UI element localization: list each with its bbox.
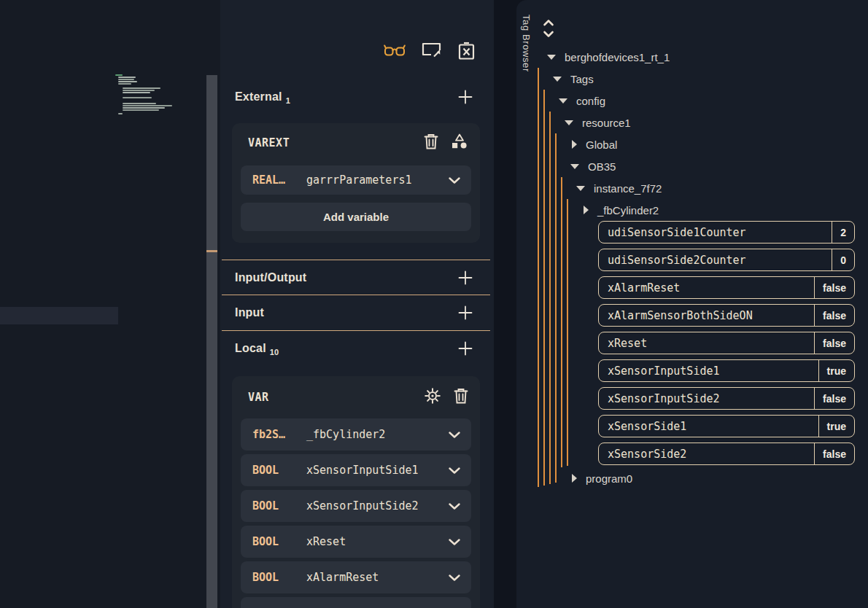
tree-expanded-arrow-icon[interactable]: [576, 186, 585, 191]
variable-row-partial[interactable]: [241, 597, 471, 608]
glasses-icon[interactable]: [384, 44, 406, 59]
tree-node-label: resource1: [582, 117, 631, 129]
add-input-variable-button[interactable]: [457, 304, 474, 321]
variable-row-garrrParameters1[interactable]: REAL… garrrParameters1: [241, 165, 471, 195]
section-divider: [222, 260, 490, 260]
variable-name: xAlarmReset: [306, 571, 449, 584]
tag-value-row-xSensorSide1[interactable]: xSensorSide1 true: [598, 415, 855, 437]
variable-row-xSensorInputSide1[interactable]: BOOL xSensorInputSide1: [241, 454, 471, 486]
tag-name: xAlarmReset: [599, 281, 814, 295]
marquee-select-icon[interactable]: [422, 42, 441, 61]
section-external-count: 1: [286, 96, 290, 105]
section-input: Input: [235, 300, 474, 326]
section-external: External1: [235, 84, 474, 110]
var-block: VAR fb2S…: [232, 376, 480, 608]
varext-block-header: VAREXT: [248, 133, 468, 152]
collapse-expand-icon[interactable]: [543, 18, 556, 39]
add-input-output-variable-button[interactable]: [457, 269, 474, 287]
tag-value: 2: [832, 222, 854, 243]
chevron-down-icon[interactable]: [449, 177, 460, 184]
trash-icon[interactable]: [454, 388, 468, 407]
trash-icon[interactable]: [424, 133, 438, 152]
tree-collapsed-arrow-icon[interactable]: [584, 206, 589, 214]
tree-expanded-arrow-icon[interactable]: [559, 98, 567, 104]
tag-value-row-xSensorInputSide1[interactable]: xSensorInputSide1 true: [598, 359, 855, 382]
add-variable-button[interactable]: Add variable: [241, 203, 471, 231]
chevron-down-icon[interactable]: [449, 467, 460, 474]
vertical-scrollbar[interactable]: [206, 75, 217, 608]
tree-node-label: OB35: [588, 160, 616, 173]
variable-row-xSensorInputSide2[interactable]: BOOL xSensorInputSide2: [241, 490, 471, 522]
tree-node-resource1[interactable]: resource1: [516, 112, 631, 133]
variable-type: BOOL: [252, 499, 306, 512]
add-external-variable-button[interactable]: [457, 88, 474, 106]
section-external-label: External: [235, 90, 282, 103]
tag-browser-panel: Tag Browser berghofdevices1_rt_1 Tags co…: [516, 0, 868, 608]
tag-value: true: [818, 416, 854, 437]
add-local-variable-button[interactable]: [457, 340, 474, 357]
tree-node-ob35[interactable]: OB35: [516, 155, 616, 177]
tree-expanded-arrow-icon[interactable]: [570, 164, 579, 169]
tree-node-config[interactable]: config: [516, 90, 605, 112]
delete-box-icon[interactable]: [457, 42, 476, 61]
tag-value: false: [814, 388, 854, 409]
shapes-icon[interactable]: [451, 133, 468, 152]
variable-type: REAL…: [252, 174, 306, 187]
variable-type: fb2S…: [252, 428, 306, 441]
editor-workspace: [0, 0, 220, 608]
minimap-line: [115, 74, 123, 76]
variable-row-fbCylinder2[interactable]: fb2S… _fbCylinder2: [241, 418, 471, 451]
varext-actions: [424, 133, 468, 152]
tree-node-instance-7f72[interactable]: instance_7f72: [516, 177, 662, 199]
minimap-line: [123, 107, 165, 109]
tag-name: xSensorSide2: [599, 448, 814, 461]
chevron-down-icon[interactable]: [449, 574, 460, 581]
chevron-down-icon[interactable]: [449, 539, 460, 545]
tag-value-row-xSensorSide2[interactable]: xSensorSide2 false: [598, 443, 855, 465]
tree-expanded-arrow-icon[interactable]: [565, 120, 573, 125]
section-local-label: Local: [235, 342, 266, 354]
tree-node-program0[interactable]: program0: [516, 467, 632, 489]
minimap-line: [123, 90, 155, 91]
variable-name: xSensorInputSide2: [306, 499, 449, 512]
tree-node-global[interactable]: Global: [516, 133, 617, 155]
tag-value-row-xAlarmReset[interactable]: xAlarmReset false: [598, 276, 855, 299]
minimap-line: [123, 109, 159, 111]
section-input-output-label: Input/Output: [235, 271, 306, 284]
section-local: Local10: [235, 335, 474, 362]
tree-collapsed-arrow-icon[interactable]: [572, 474, 577, 483]
tree-expanded-arrow-icon[interactable]: [547, 55, 556, 60]
variable-row-xReset[interactable]: BOOL xReset: [241, 526, 471, 558]
tree-node-label: program0: [586, 472, 632, 485]
gear-icon[interactable]: [424, 387, 441, 408]
tag-name: xAlarmSensorBothSideON: [599, 309, 814, 322]
tree-node-label: _fbCylinder2: [597, 204, 659, 217]
section-divider: [222, 330, 490, 331]
code-minimap: [115, 74, 177, 115]
minimap-line: [118, 79, 134, 80]
tag-value-row-xReset[interactable]: xReset false: [598, 332, 855, 354]
chevron-down-icon[interactable]: [449, 432, 460, 438]
variable-row-xAlarmReset[interactable]: BOOL xAlarmReset: [241, 561, 471, 593]
tag-value-row-udiSensorSide2Counter[interactable]: udiSensorSide2Counter 0: [598, 249, 855, 271]
tag-value-row-xSensorInputSide2[interactable]: xSensorInputSide2 false: [598, 387, 855, 410]
tree-node-label: Tags: [570, 73, 594, 85]
tree-node-label: Global: [586, 139, 617, 151]
chevron-down-icon[interactable]: [449, 503, 460, 510]
section-title: Local10: [235, 342, 279, 355]
tree-expanded-arrow-icon[interactable]: [553, 77, 562, 82]
tree-indent-guide: [567, 199, 568, 466]
tree-node-label: berghofdevices1_rt_1: [565, 51, 670, 63]
tree-collapsed-arrow-icon[interactable]: [572, 140, 577, 149]
tree-node-berghofdevices1-rt-1[interactable]: berghofdevices1_rt_1: [516, 46, 670, 68]
minimap-line: [123, 103, 156, 104]
tag-value-row-udiSensorSide1Counter[interactable]: udiSensorSide1Counter 2: [598, 221, 855, 243]
section-local-count: 10: [270, 348, 279, 356]
section-divider: [222, 295, 490, 295]
section-input-output: Input/Output: [235, 265, 474, 291]
tag-name: udiSensorSide2Counter: [599, 254, 832, 267]
tree-node-tags[interactable]: Tags: [516, 68, 594, 90]
tag-name: udiSensorSide1Counter: [599, 226, 832, 239]
tree-node-fbCylinder2[interactable]: _fbCylinder2: [516, 199, 659, 221]
tag-value-row-xAlarmSensorBothSideON[interactable]: xAlarmSensorBothSideON false: [598, 304, 855, 327]
